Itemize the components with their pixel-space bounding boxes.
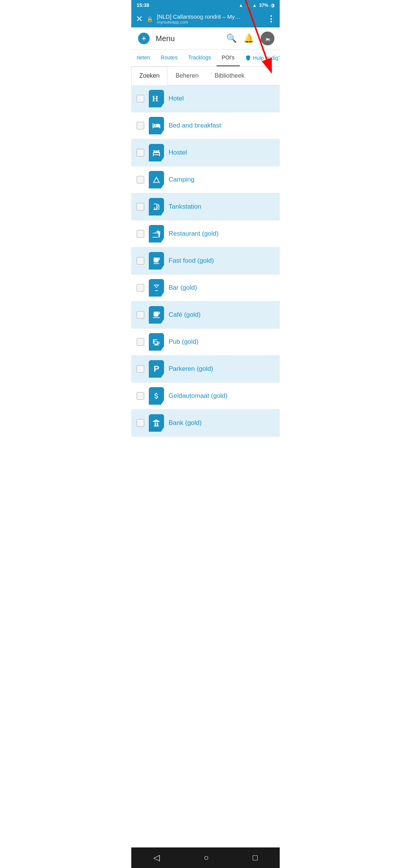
tab-pois[interactable]: POI's bbox=[217, 50, 240, 66]
sub-tabs: Zoeken Beheren Bibliotheek bbox=[131, 67, 280, 85]
poi-label-bar: Bar (gold) bbox=[169, 284, 274, 292]
poi-label-bank: Bank (gold) bbox=[169, 419, 274, 427]
app-logo: + bbox=[137, 31, 151, 46]
poi-label-hotel: Hotel bbox=[169, 95, 274, 102]
badge-bar bbox=[149, 279, 164, 297]
badge-parkeren: P bbox=[149, 360, 164, 378]
badge-hostel bbox=[149, 144, 164, 161]
badge-pub bbox=[149, 333, 164, 351]
sub-tab-bibliotheek[interactable]: Bibliotheek bbox=[207, 67, 252, 85]
domain-text: myrouteapp.com bbox=[157, 20, 263, 24]
poi-label-tankstation: Tankstation bbox=[169, 203, 274, 211]
poi-item-bed-breakfast[interactable]: Bed and breakfast bbox=[131, 112, 280, 139]
checkbox-bed-breakfast[interactable] bbox=[137, 122, 144, 129]
badge-fastfood bbox=[149, 252, 164, 270]
checkbox-restaurant[interactable] bbox=[137, 230, 144, 238]
poi-item-cafe[interactable]: Café (gold) bbox=[131, 302, 280, 329]
svg-text:🏍: 🏍 bbox=[265, 36, 270, 42]
poi-label-restaurant: Restaurant (gold) bbox=[169, 230, 274, 238]
browser-bar: ✕ 🔒 [NLD] Callantsoog rondrit – MyRoute-… bbox=[131, 10, 280, 27]
notification-icon[interactable]: 🔔 bbox=[244, 34, 254, 43]
svg-text:+: + bbox=[142, 34, 146, 42]
url-area: [NLD] Callantsoog rondrit – MyRoute-... … bbox=[157, 13, 263, 24]
poi-item-hostel[interactable]: Hostel bbox=[131, 139, 280, 166]
poi-label-bed-breakfast: Bed and breakfast bbox=[169, 122, 274, 129]
checkbox-fastfood[interactable] bbox=[137, 257, 144, 265]
checkbox-parkeren[interactable] bbox=[137, 365, 144, 373]
wifi-icon: ▲ bbox=[239, 3, 243, 8]
poi-label-hostel: Hostel bbox=[169, 149, 274, 156]
poi-item-camping[interactable]: Camping bbox=[131, 166, 280, 193]
poi-item-parkeren[interactable]: P Parkeren (gold) bbox=[131, 356, 280, 383]
lock-icon: 🔒 bbox=[147, 16, 153, 22]
badge-camping bbox=[149, 171, 164, 188]
sub-tab-beheren[interactable]: Beheren bbox=[167, 67, 207, 85]
tab-bar: rieten Routes Tracklogs POI's Hulp nodig… bbox=[131, 50, 280, 67]
tab-routes[interactable]: Routes bbox=[155, 50, 183, 66]
close-button[interactable]: ✕ bbox=[136, 14, 143, 24]
badge-restaurant bbox=[149, 225, 164, 243]
poi-label-parkeren: Parkeren (gold) bbox=[169, 365, 274, 373]
poi-item-pub[interactable]: Pub (gold) bbox=[131, 329, 280, 356]
status-icons: ▲ ▲ ▲ 37% ◑ bbox=[239, 3, 274, 8]
battery-text: 37% bbox=[259, 3, 268, 8]
signal-icon: ▲ bbox=[245, 3, 250, 8]
checkbox-pub[interactable] bbox=[137, 338, 144, 346]
avatar[interactable]: 🏍 bbox=[261, 32, 274, 45]
poi-label-pub: Pub (gold) bbox=[169, 338, 274, 346]
badge-cafe bbox=[149, 306, 164, 324]
badge-hotel: H bbox=[149, 90, 164, 107]
tab-tracklogs[interactable]: Tracklogs bbox=[183, 50, 216, 66]
sub-tab-zoeken[interactable]: Zoeken bbox=[131, 67, 167, 85]
app-header: + Menu 🔍 🔔 🏍 bbox=[131, 27, 280, 50]
checkbox-hostel[interactable] bbox=[137, 149, 144, 156]
signal-icon2: ▲ bbox=[252, 3, 257, 8]
search-icon[interactable]: 🔍 bbox=[226, 34, 237, 43]
poi-label-geldautomaat: Geldautomaat (gold) bbox=[169, 392, 274, 400]
poi-item-bank[interactable]: Bank (gold) bbox=[131, 410, 280, 437]
checkbox-geldautomaat[interactable] bbox=[137, 392, 144, 400]
checkbox-tankstation[interactable] bbox=[137, 203, 144, 211]
more-button[interactable]: ⋮ bbox=[267, 14, 275, 24]
checkbox-camping[interactable] bbox=[137, 176, 144, 183]
shield-icon bbox=[245, 55, 251, 61]
page-title: [NLD] Callantsoog rondrit – MyRoute-... bbox=[157, 13, 244, 20]
app-title: Menu bbox=[156, 34, 222, 43]
poi-label-fastfood: Fast food (gold) bbox=[169, 257, 274, 265]
poi-item-bar[interactable]: Bar (gold) bbox=[131, 274, 280, 302]
poi-list: H Hotel Bed and breakfast Hostel bbox=[131, 85, 280, 460]
checkbox-bar[interactable] bbox=[137, 284, 144, 292]
poi-item-restaurant[interactable]: Restaurant (gold) bbox=[131, 220, 280, 247]
badge-tankstation bbox=[149, 198, 164, 215]
tab-help[interactable]: Hulp nodig? bbox=[240, 50, 280, 66]
checkbox-bank[interactable] bbox=[137, 419, 144, 427]
checkbox-cafe[interactable] bbox=[137, 311, 144, 319]
checkbox-hotel[interactable] bbox=[137, 95, 144, 102]
poi-item-tankstation[interactable]: Tankstation bbox=[131, 193, 280, 220]
poi-item-hotel[interactable]: H Hotel bbox=[131, 85, 280, 112]
battery-icon: ◑ bbox=[271, 3, 274, 8]
poi-item-geldautomaat[interactable]: Geldautomaat (gold) bbox=[131, 383, 280, 410]
header-icons: 🔍 🔔 🏍 bbox=[226, 32, 274, 45]
badge-geldautomaat bbox=[149, 387, 164, 405]
badge-bed-breakfast bbox=[149, 117, 164, 134]
tab-rieten[interactable]: rieten bbox=[131, 50, 155, 66]
poi-label-cafe: Café (gold) bbox=[169, 311, 274, 319]
badge-bank bbox=[149, 414, 164, 432]
status-bar: 15:38 ▲ ▲ ▲ 37% ◑ bbox=[131, 0, 280, 10]
status-time: 15:38 bbox=[137, 2, 149, 8]
poi-label-camping: Camping bbox=[169, 176, 274, 183]
poi-item-fastfood[interactable]: Fast food (gold) bbox=[131, 247, 280, 274]
